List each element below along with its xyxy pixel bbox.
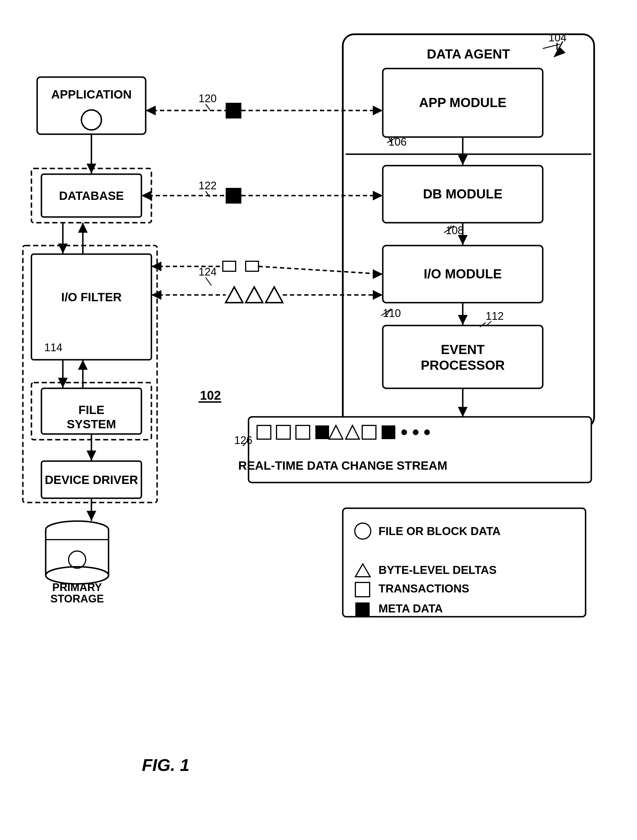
app-module-label: APP MODULE <box>419 95 506 110</box>
svg-point-88 <box>413 429 419 435</box>
device-driver-label: DEVICE DRIVER <box>45 473 138 486</box>
ref-122: 122 <box>199 180 217 192</box>
ref-104: 104 <box>548 32 566 44</box>
svg-rect-81 <box>296 425 310 439</box>
database-label: DATABASE <box>59 189 124 202</box>
real-time-label: REAL-TIME DATA CHANGE STREAM <box>238 459 447 472</box>
legend-file-label: FILE OR BLOCK DATA <box>378 525 501 537</box>
primary-storage-label: PRIMARY <box>52 581 102 593</box>
svg-rect-90 <box>343 508 586 617</box>
file-system-label: FILE <box>79 403 104 417</box>
ref-102: 102 <box>200 388 221 402</box>
fig-label: FIG. 1 <box>142 755 190 775</box>
db-module-label: DB MODULE <box>423 186 503 201</box>
svg-rect-30 <box>226 103 241 118</box>
ref-120: 120 <box>199 93 217 104</box>
svg-rect-93 <box>356 583 370 597</box>
io-module-label: I/O MODULE <box>424 266 502 281</box>
svg-rect-79 <box>257 425 271 439</box>
legend-transactions-label: TRANSACTIONS <box>378 582 469 595</box>
svg-rect-82 <box>315 425 329 439</box>
ref-114: 114 <box>44 341 62 354</box>
svg-rect-94 <box>356 602 370 617</box>
application-label: APPLICATION <box>51 88 132 101</box>
svg-point-89 <box>424 429 430 435</box>
file-system-label2: SYSTEM <box>67 417 116 431</box>
svg-rect-1 <box>37 77 146 134</box>
ref-124: 124 <box>199 266 217 278</box>
event-processor-label2: PROCESSOR <box>421 358 505 373</box>
svg-point-87 <box>401 429 407 435</box>
legend-byte-label: BYTE-LEVEL DELTAS <box>378 564 496 576</box>
svg-rect-80 <box>277 425 290 439</box>
svg-rect-27 <box>383 325 543 388</box>
ref-126: 126 <box>234 434 252 446</box>
data-agent-label: DATA AGENT <box>427 47 510 62</box>
ref-108: 108 <box>446 224 464 237</box>
svg-rect-36 <box>226 188 241 204</box>
svg-rect-42 <box>223 261 236 271</box>
svg-rect-85 <box>362 425 376 439</box>
svg-rect-86 <box>382 425 395 439</box>
legend-metadata-label: META DATA <box>378 602 443 615</box>
diagram-container: APPLICATION DATABASE I/O FILTER 114 FILE… <box>0 0 637 840</box>
io-filter-label: I/O FILTER <box>61 291 122 304</box>
ref-112: 112 <box>485 310 504 322</box>
primary-storage-label2: STORAGE <box>50 593 104 605</box>
svg-rect-43 <box>246 261 259 271</box>
event-processor-label: EVENT <box>441 342 484 357</box>
